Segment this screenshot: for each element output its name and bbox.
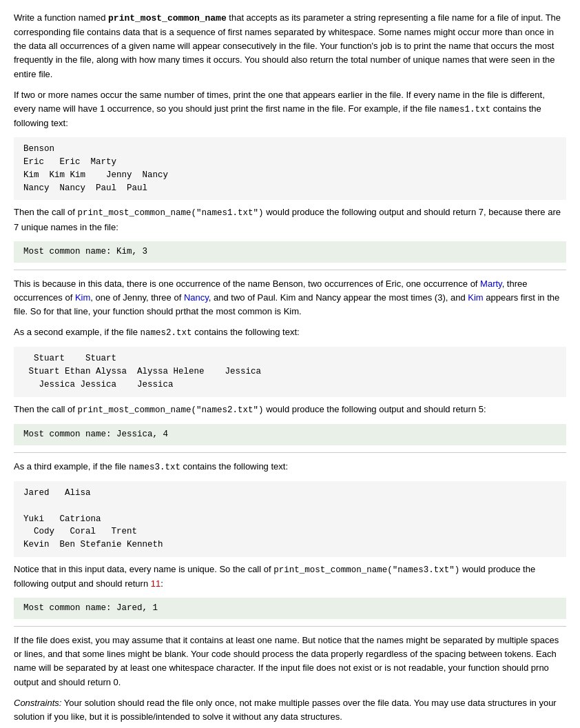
name-kim2: Kim <box>468 292 483 303</box>
call2: print_most_common_name("names2.txt") <box>78 405 264 415</box>
constraints-para: Constraints: Your solution should read t… <box>14 696 566 724</box>
divider1 <box>14 270 566 270</box>
output-block-2: Most common name: Jessica, 4 <box>14 424 566 445</box>
divider2 <box>14 452 566 453</box>
filename1: names1.txt <box>439 105 490 114</box>
para4: Then the call of print_most_common_name(… <box>14 403 566 417</box>
function-name: print_most_common_name <box>108 13 227 23</box>
name-kim1: Kim <box>75 292 90 303</box>
para5: Notice that in this input data, every na… <box>14 563 566 592</box>
para3: Then the call of print_most_common_name(… <box>14 205 566 234</box>
filename3: names3.txt <box>129 463 180 472</box>
para6: If the file does exist, you may assume t… <box>14 634 566 689</box>
code-block-3: Jared Alisa Yuki Catriona Cody Coral Tre… <box>14 481 566 557</box>
call1: print_most_common_name("names1.txt") <box>78 208 264 218</box>
filename2: names2.txt <box>141 328 192 338</box>
explanation-para: This is because in this data, there is o… <box>14 277 566 318</box>
output-block-3: Most common name: Jared, 1 <box>14 598 566 619</box>
code-block-2: Stuart Stuart Stuart Ethan Alyssa Alyssa… <box>14 347 566 396</box>
divider3 <box>14 626 566 627</box>
output-block-1: Most common name: Kim, 3 <box>14 241 566 263</box>
call3: print_most_common_name("names3.txt") <box>273 565 459 575</box>
example2-intro: As a second example, if the file names2.… <box>14 325 566 340</box>
code-block-1: Benson Eric Eric Marty Kim Kim Kim Jenny… <box>14 137 566 200</box>
intro-paragraph: Write a function named print_most_common… <box>14 11 566 81</box>
name-marty: Marty <box>480 279 502 289</box>
name-nancy: Nancy <box>184 292 209 303</box>
example3-intro: As a third example, if the file names3.t… <box>14 460 566 474</box>
constraints-label: Constraints: <box>14 698 61 708</box>
para2: If two or more names occur the same numb… <box>14 88 566 131</box>
main-content: Write a function named print_most_common… <box>14 11 566 724</box>
return-value: 11 <box>151 578 160 589</box>
